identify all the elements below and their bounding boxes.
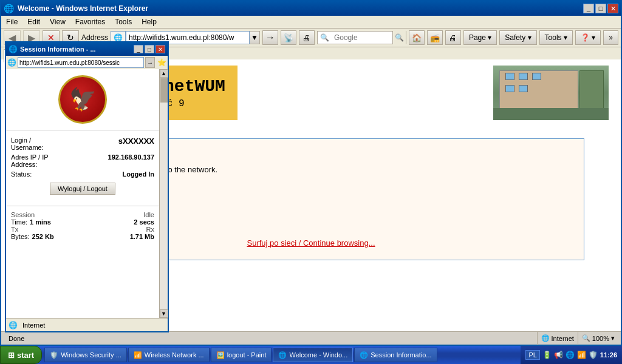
tx-rx-header: Tx Rx <box>11 226 154 233</box>
paint-label: logout - Paint <box>227 351 267 359</box>
popup-fav-icon: ⭐ <box>157 58 166 67</box>
ie-icon: 🌐 <box>4 4 14 13</box>
taskbar-items: 🛡️ Windows Security ... 📶 Wireless Netwo… <box>42 348 521 362</box>
ie-title-area: 🌐 Welcome - Windows Internet Explorer <box>4 4 148 13</box>
ip-addr-label: Address: <box>11 161 37 168</box>
popup-status-text: Internet <box>22 322 45 329</box>
internet-zone[interactable]: 🌐 Internet <box>537 332 578 345</box>
rss-icon[interactable]: 📡 <box>281 30 296 45</box>
minimize-button[interactable]: _ <box>583 4 594 13</box>
ip-value: 192.168.90.137 <box>108 153 154 168</box>
home-button[interactable]: 🏠 <box>409 30 425 45</box>
ie-menubar: File Edit View Favorites Tools Help <box>1 16 621 29</box>
options-icon[interactable]: » <box>603 30 618 45</box>
maximize-button[interactable]: □ <box>595 4 606 13</box>
window5 <box>519 85 528 92</box>
status-row: Status: Logged In <box>9 169 157 179</box>
network-tray-icon: 🌐 <box>566 351 575 359</box>
building-photo <box>493 66 609 120</box>
time-label-area: Time: 1 mins <box>11 218 51 226</box>
scroll-thumb[interactable] <box>160 78 168 103</box>
popup-content: 🦅 Login / Username: sXXXXXX Adres IP / I… <box>6 69 159 318</box>
popup-go-button[interactable]: → <box>145 57 155 68</box>
login-label: Login / <box>11 136 31 144</box>
header-flex <box>250 66 481 120</box>
security-icon: 🛡️ <box>50 351 58 359</box>
window2 <box>519 73 528 80</box>
welcome-label: Welcome - Windo... <box>289 351 347 359</box>
scroll-track[interactable] <box>160 78 168 309</box>
volume-icon: 📢 <box>554 351 563 359</box>
zoom-level: 100% <box>592 335 609 342</box>
taskbar-item-session[interactable]: 🌐 Session Informatio... <box>354 348 437 362</box>
status-label: Done <box>9 335 24 342</box>
session-icon: 🌐 <box>360 351 368 359</box>
logo-section: 🦅 <box>6 69 159 130</box>
taskbar-item-security[interactable]: 🛡️ Windows Security ... <box>44 348 127 362</box>
popup-addr-icon: 🌐 <box>7 58 16 67</box>
print-button[interactable]: 🖨 <box>445 30 461 45</box>
tx-value: 252 Kb <box>32 233 54 240</box>
popup-scrollbar: ▲ ▼ <box>159 69 168 318</box>
session-divider <box>6 206 159 206</box>
print-icon[interactable]: 🖨 <box>299 30 315 45</box>
time-row: Time: 1 mins 2 secs <box>11 218 154 226</box>
popup-icon: 🌐 <box>9 45 18 53</box>
session-table: Login / Username: sXXXXXX Adres IP / IP … <box>6 130 159 203</box>
paint-icon: 🖼️ <box>216 351 225 359</box>
username-value: sXXXXXX <box>118 136 154 151</box>
bytes-label-area: Bytes: 252 Kb <box>11 233 54 240</box>
battery-icon: 🔋 <box>542 351 552 359</box>
popup-maximize[interactable]: □ <box>145 45 154 53</box>
session-label: Session Informatio... <box>371 351 431 359</box>
go-button[interactable]: → <box>262 30 278 45</box>
right-toolbar: 🔍 🔍 🏠 📻 🖨 <box>317 30 461 45</box>
search-logo: 🔍 <box>318 33 332 42</box>
taskbar-item-wireless[interactable]: 📶 Wireless Network ... <box>128 348 210 362</box>
popup-titlebar: 🌐 Session Information - ... _ □ ✕ <box>6 42 168 56</box>
zoom-icon: 🔍 <box>582 334 590 342</box>
menu-favorites[interactable]: Favorites <box>73 17 108 27</box>
ie-titlebar: 🌐 Welcome - Windows Internet Explorer _ … <box>1 1 621 16</box>
safety-menu[interactable]: Safety ▾ <box>499 30 536 45</box>
logout-button[interactable]: Wyloguj / Logout <box>50 183 115 195</box>
scroll-down-button[interactable]: ▼ <box>160 309 168 318</box>
popup-minimize[interactable]: _ <box>134 45 143 53</box>
help-menu[interactable]: ❓ ▾ <box>575 30 601 45</box>
menu-edit[interactable]: Edit <box>25 17 43 27</box>
session-col: Session <box>11 211 35 218</box>
security-tray-icon: 🛡️ <box>589 351 598 359</box>
zoom-control[interactable]: 🔍 100% ▾ <box>578 332 618 345</box>
zoom-dropdown[interactable]: ▾ <box>611 334 615 342</box>
tools-menu[interactable]: Tools ▾ <box>539 30 573 45</box>
wifi-tray-icon: 📶 <box>577 351 586 359</box>
ip-label: Adres IP / IP <box>11 153 49 161</box>
lang-indicator[interactable]: PL <box>525 350 539 360</box>
rss-button[interactable]: 📻 <box>427 30 443 45</box>
taskbar-item-paint[interactable]: 🖼️ logout - Paint <box>211 348 272 362</box>
page-menu[interactable]: Page ▾ <box>463 30 497 45</box>
scroll-up-button[interactable]: ▲ <box>160 69 168 78</box>
status-text: Done <box>4 335 77 342</box>
start-button[interactable]: ⊞ start <box>0 346 42 364</box>
popup-close[interactable]: ✕ <box>156 45 165 53</box>
close-button[interactable]: ✕ <box>607 4 618 13</box>
username-label: Username: <box>11 144 44 151</box>
menu-view[interactable]: View <box>47 17 68 27</box>
ie-window-title: Welcome - Windows Internet Explorer <box>18 4 148 13</box>
search-input[interactable] <box>332 32 392 44</box>
address-dropdown[interactable]: ▼ <box>249 31 260 44</box>
tray-clock[interactable]: 11:26 <box>600 351 617 359</box>
menu-file[interactable]: File <box>4 17 20 27</box>
popup-address-input[interactable] <box>18 57 144 68</box>
time-value: 1 mins <box>30 218 51 226</box>
popup-title-text: Session Information - ... <box>20 46 96 53</box>
bytes-label: Bytes: <box>11 233 30 240</box>
search-button[interactable]: 🔍 <box>392 31 406 44</box>
university-logo: 🦅 <box>58 75 107 124</box>
menu-help[interactable]: Help <box>139 17 159 27</box>
menu-tools[interactable]: Tools <box>112 17 134 27</box>
idle-label: Idle <box>143 211 154 218</box>
taskbar-item-welcome[interactable]: 🌐 Welcome - Windo... <box>273 348 353 362</box>
eagle-icon: 🦅 <box>69 87 97 112</box>
